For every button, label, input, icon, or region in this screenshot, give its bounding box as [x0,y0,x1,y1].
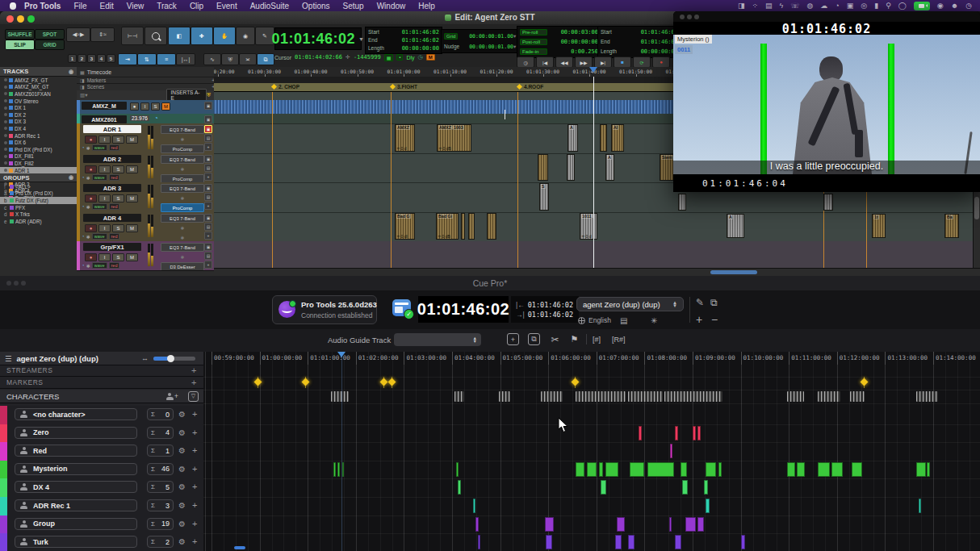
audio-clip[interactable] [567,154,575,181]
cue-block[interactable] [599,462,603,477]
video-zoom-button[interactable] [694,15,699,19]
remove-button[interactable]: − [711,313,718,326]
track-s-button[interactable]: S [151,102,160,111]
character-row-zero[interactable]: ZeroΣ4⚙+ [0,424,203,444]
stop-button[interactable]: ■ [614,56,631,68]
insert-eq3-7-band[interactable]: EQ3 7-Band [161,184,204,193]
audio-clip[interactable]: S [539,183,549,211]
track-list-item[interactable]: Prd DX (Prd DX) [0,146,77,153]
cue-block[interactable] [681,462,687,477]
add-streamer-button[interactable]: + [191,365,197,375]
audio-clip[interactable]: Bad G≑ 0 dl [395,213,415,240]
phone-icon[interactable]: ☏ [790,2,799,10]
track-view-red[interactable]: red [109,203,120,210]
mute-chip[interactable]: M [426,54,435,61]
zoom-vertical-button[interactable]: ⇕≈ [90,27,115,42]
menu-item-help[interactable]: Help [418,2,435,10]
track-s-button[interactable]: S [112,165,124,173]
track-lane-grp-fx1[interactable] [214,241,980,271]
sync-session-icon[interactable]: ✓ [392,299,411,316]
track-m-button[interactable]: M [126,224,138,232]
menu-item-clip[interactable]: Clip [190,2,203,10]
character-name-field[interactable]: Turk [15,536,137,548]
character-row-turk[interactable]: TurkΣ2⚙+ [0,533,203,551]
return-to-zero-button[interactable]: |◀ [536,56,554,68]
cue-block[interactable] [693,426,696,440]
track-record-button[interactable]: ● [85,224,97,232]
layered-edit-button[interactable]: ≍ [239,53,257,65]
insert-d3-deesser[interactable]: D3 DeEsser [161,262,204,271]
menu-item-track[interactable]: Track [157,2,177,10]
character-settings-icon[interactable]: ⚙ [178,428,186,437]
track-list-item[interactable]: DX 3 [0,119,77,126]
groups-menu-icon[interactable]: ◉ [69,174,73,181]
track-m-button[interactable]: M [126,165,138,173]
project-dropdown[interactable]: agent Zero (dup) (dup)▲▼ [576,297,684,311]
track-view-wave[interactable]: wave [92,233,107,240]
track-list-item[interactable]: ADR Rec 1 [0,132,77,140]
character-count-field[interactable]: Σ4 [147,427,174,439]
track-i-button[interactable]: I [98,136,111,144]
track-name[interactable]: ADR 1 [83,125,141,133]
cue-block[interactable] [706,499,710,513]
track-name[interactable]: AMXZ601 [82,115,127,123]
character-name-field[interactable]: Red [15,445,137,457]
track-record-button[interactable]: ● [85,165,97,173]
audio-clip[interactable] [461,213,465,240]
character-count-field[interactable]: Σ3 [147,499,174,511]
memory-location-5[interactable]: 5 [107,54,115,63]
edit-pencil-icon[interactable]: ✎ [696,297,704,308]
settings-icon[interactable]: ✳ [651,316,657,325]
character-settings-icon[interactable]: ⚙ [178,537,186,546]
link-track-button[interactable]: ⧉ [257,53,274,65]
cue-hscroll-thumb[interactable] [234,546,245,549]
track-view-red[interactable]: red [109,233,120,240]
scene-marker-label[interactable]: 3.FIGHT [397,84,417,90]
vertical-scroll-thumb[interactable] [974,197,979,219]
mode-grid-button[interactable]: GRID [35,40,65,50]
scene-marker-diamond[interactable] [517,84,522,90]
window-icon[interactable]: ▤ [765,2,773,10]
track-view-red[interactable]: red [109,174,120,181]
scene-marker-label[interactable]: 4.ROOF [524,84,543,90]
cue-block[interactable] [576,462,584,477]
insert-empty[interactable]: ✱ [161,223,204,232]
cue-block[interactable] [670,444,672,458]
insert-empty[interactable]: ✱ [161,135,204,144]
audio-clip[interactable]: Bad Gi≑ 0 dB [436,213,459,240]
loop-play-button[interactable]: ⟳ [633,56,651,68]
cue-block[interactable] [741,535,745,549]
audio-clip[interactable] [468,213,475,240]
groups-panel-header[interactable]: GROUPS◉ [0,173,77,182]
track-s-button[interactable]: S [112,136,124,144]
character-settings-icon[interactable]: ⚙ [178,501,186,510]
track-add-button[interactable]: + [204,202,212,210]
cue-block[interactable] [458,480,461,495]
track-name[interactable]: AMXZ_M [82,102,127,110]
memory-location-3[interactable]: 3 [87,54,96,63]
character-settings-icon[interactable]: ⚙ [178,410,186,419]
group-list-item[interactable]: eADR (ADR) [0,218,77,225]
insert-eq3-7-band[interactable]: EQ3 7-Band [161,214,204,223]
insert-procomp[interactable]: ProComp [161,144,204,153]
audio-clip[interactable]: 1011_≑ 0 d [580,213,597,240]
cue-block[interactable] [919,499,921,513]
track-view-red[interactable]: red [109,144,120,151]
cue-block[interactable] [916,462,926,477]
automation-follows-button[interactable]: ⛨ [221,53,239,65]
insert-empty[interactable]: ✱ [161,253,204,261]
flag-cue-icon[interactable]: ⚑ [568,333,580,345]
cue-block[interactable] [697,517,704,532]
record-icon[interactable]: ◉ [937,2,944,10]
character-settings-icon[interactable]: ⚙ [178,446,186,455]
cue-grid[interactable]: 00:59:00:0001:00:00:0001:01:00:0001:02:0… [203,352,980,551]
add-cue-icon[interactable]: + [507,333,519,345]
character-add-cue-icon[interactable]: + [192,409,197,419]
character-name-field[interactable]: Group [15,518,137,530]
cue-block[interactable] [706,462,716,477]
cue-block[interactable] [697,426,701,440]
track-io-button[interactable]: ▣ [204,102,212,110]
cue-block[interactable] [927,462,930,477]
insert-eq3-7-band[interactable]: EQ3 7-Band [161,155,204,164]
cue-block[interactable] [475,517,479,532]
